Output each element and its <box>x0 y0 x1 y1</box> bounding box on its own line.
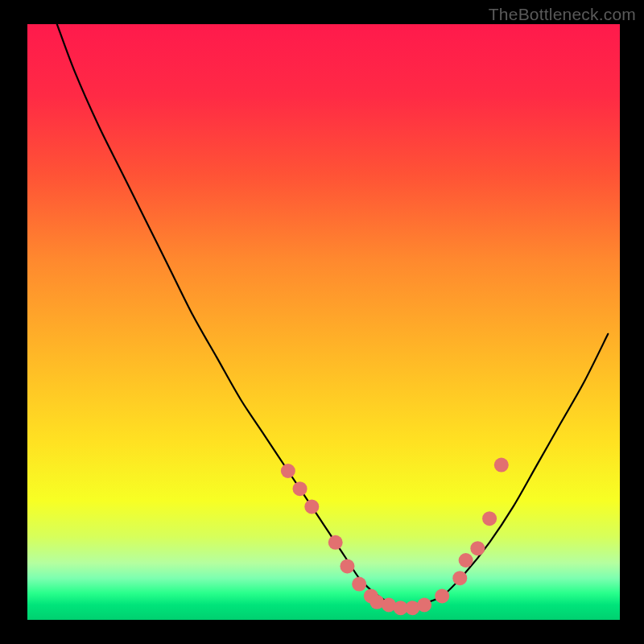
watermark-text: TheBottleneck.com <box>489 5 636 24</box>
marker-dot <box>304 499 319 514</box>
marker-dot <box>417 598 431 613</box>
bottleneck-plot <box>0 0 644 644</box>
marker-dot <box>435 588 449 603</box>
marker-dot <box>470 541 485 555</box>
marker-dot <box>281 464 295 478</box>
marker-dot <box>352 577 366 592</box>
marker-dot <box>452 571 467 585</box>
chart-stage: TheBottleneck.com <box>0 0 644 644</box>
marker-dot <box>459 553 473 568</box>
marker-dot <box>293 481 308 496</box>
gradient-background <box>27 24 620 620</box>
marker-dot <box>494 458 509 473</box>
marker-dot <box>482 511 497 526</box>
marker-dot <box>328 535 343 550</box>
marker-dot <box>340 559 354 573</box>
